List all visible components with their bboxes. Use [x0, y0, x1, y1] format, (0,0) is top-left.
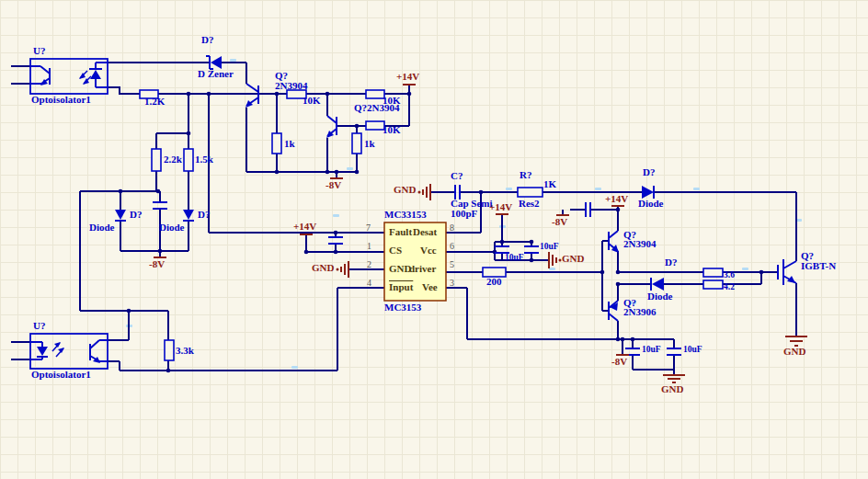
transistor-q2-symbol [326, 116, 337, 138]
power-n8v-1[interactable]: -8V [326, 180, 341, 190]
gate-diode-symbol [651, 278, 664, 291]
ic-pin-input: Input [389, 282, 413, 292]
transistor-q4-symbol [609, 301, 618, 321]
ic-pin7-num: 7 [366, 223, 371, 233]
d-desat-part[interactable]: Diode [638, 199, 664, 209]
r-div2-value[interactable]: 1.5k [195, 154, 213, 165]
d-right-part[interactable]: Diode [159, 222, 185, 233]
ic-designator[interactable]: MC33153 [384, 210, 427, 220]
res2-part[interactable]: Res2 [519, 199, 540, 209]
ic-pin-cs: CS [389, 245, 402, 256]
schematic-artwork[interactable] [0, 0, 868, 479]
ic-pin8-num: 8 [450, 223, 454, 233]
power-gnd-4[interactable]: GND [783, 347, 805, 357]
r-e2-value[interactable]: 1k [364, 139, 375, 149]
d-desat-ref[interactable]: D? [643, 167, 655, 177]
igbt-symbol [778, 259, 796, 285]
ic-pin6-num: 6 [450, 242, 454, 251]
q2-part[interactable]: Q?2N3904 [354, 103, 400, 113]
ic-pin3-num: 3 [450, 279, 454, 288]
ic-pin-fault: Fault [389, 227, 412, 237]
cap-bulk-4-value[interactable]: 10uF [683, 346, 702, 355]
power-p14v-1[interactable]: +14V [396, 72, 419, 82]
transistor-q1-symbol [246, 84, 258, 108]
clamp-diode-right-symbol [183, 210, 194, 221]
q1-part[interactable]: 2N3904 [275, 81, 307, 91]
optoisolator-top-symbol [30, 59, 108, 94]
r-e1-value[interactable]: 1k [284, 139, 295, 149]
opto-top-ref[interactable]: U? [33, 46, 45, 56]
opto-bottom-part[interactable]: Optoisolator1 [31, 370, 91, 380]
r-div1-value[interactable]: 2.2k [164, 154, 182, 165]
cap-bulk-1-value[interactable]: 10uF [505, 254, 524, 263]
gnd-bars-vcc [549, 252, 562, 268]
power-n8v-3[interactable]: -8V [552, 217, 567, 227]
transistor-q3-symbol [609, 231, 619, 253]
d-left-part[interactable]: Diode [89, 222, 115, 233]
earth-gnd-igbt [785, 336, 807, 346]
opto-bottom-ref[interactable]: U? [33, 321, 45, 331]
r-drive-value[interactable]: 200 [486, 277, 502, 287]
power-gnd-1[interactable]: GND [312, 263, 334, 273]
ic-part[interactable]: MC3153 [384, 302, 421, 313]
r-base-value[interactable]: 10K [383, 125, 401, 135]
power-n8v-4[interactable]: -8V [611, 357, 627, 367]
ic-pin-driver: driver [409, 264, 436, 274]
igbt-part[interactable]: IGBT-N [801, 261, 836, 271]
desat-diode-symbol [642, 186, 654, 199]
opto-top-part[interactable]: Optoisolator1 [31, 95, 91, 105]
cap-desat-value[interactable]: 100pF [451, 209, 477, 219]
ic-pin1-num: 1 [367, 242, 371, 251]
cap-desat-ref[interactable]: C? [451, 171, 463, 181]
r-pullup1-value[interactable]: 10K [303, 96, 321, 106]
earth-gnd-bottom [663, 375, 685, 382]
power-p14v-2[interactable]: +14V [293, 222, 316, 232]
ic-pin4-num: 4 [367, 279, 371, 288]
q3-part[interactable]: 2N3904 [623, 239, 656, 249]
res2-ref[interactable]: R? [520, 170, 531, 180]
power-gnd-5[interactable]: GND [661, 384, 683, 394]
ic-pin-vcc: Vcc [420, 245, 437, 256]
optoisolator-bottom-symbol [30, 334, 108, 369]
r-gate-on-value[interactable]: 3.6 [724, 271, 735, 280]
ic-pin-desat: Desat [413, 227, 437, 237]
ic-pin5-num: 5 [450, 260, 454, 269]
d-left-ref[interactable]: D? [130, 210, 142, 220]
power-gnd-3[interactable]: GND [562, 254, 584, 264]
d-gate-part[interactable]: Diode [647, 291, 673, 302]
res2-value[interactable]: 1K [543, 179, 556, 189]
cap-bulk-2-value[interactable]: 10uF [540, 243, 559, 252]
zener-ref[interactable]: D? [201, 35, 213, 45]
ic-pin-gnd: GND [389, 264, 411, 274]
r-gate-off-value[interactable]: 4.2 [724, 283, 735, 292]
gnd-bars-capsemi [418, 184, 431, 200]
power-p14v-4[interactable]: +14V [605, 194, 628, 204]
zener-part[interactable]: D Zener [198, 69, 234, 79]
ic-pin2-num: 2 [367, 260, 371, 269]
gnd-bars-pin2 [337, 261, 349, 278]
power-p14v-3[interactable]: +14V [489, 202, 512, 212]
r-in2-value[interactable]: 3.3k [176, 346, 194, 356]
ic-pin-vee: Vee [422, 282, 438, 292]
schematic-canvas[interactable]: U? Optoisolator1 U? Optoisolator1 D? D Z… [0, 0, 868, 479]
clamp-diode-left-symbol [115, 210, 126, 221]
power-gnd-2[interactable]: GND [394, 185, 416, 195]
d-gate-ref[interactable]: D? [665, 257, 677, 268]
d-right-ref[interactable]: D? [198, 210, 210, 220]
power-n8v-2[interactable]: -8V [149, 259, 165, 269]
r-in-value[interactable]: 1.2K [144, 97, 165, 107]
cap-bulk-3-value[interactable]: 10uF [642, 346, 661, 355]
q4-part[interactable]: 2N3906 [623, 307, 656, 317]
